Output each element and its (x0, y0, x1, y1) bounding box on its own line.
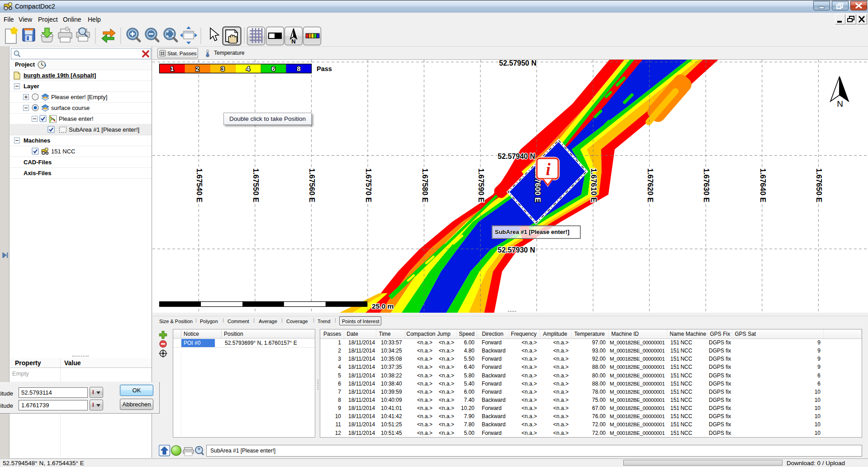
svg-text:1.67650 E: 1.67650 E (815, 168, 823, 202)
svg-text:8: 8 (297, 65, 300, 72)
svg-text:i: i (546, 160, 551, 179)
svg-text:1.67540 E: 1.67540 E (195, 168, 204, 202)
svg-text:52.57940 N: 52.57940 N (498, 152, 535, 160)
svg-text:1.67580 E: 1.67580 E (421, 168, 429, 202)
svg-text:N: N (291, 38, 295, 45)
svg-text:1.67550 E: 1.67550 E (252, 168, 260, 202)
svg-text:1.67640 E: 1.67640 E (759, 168, 767, 202)
svg-text:1.67630 E: 1.67630 E (702, 168, 711, 202)
svg-text:N: N (837, 99, 843, 109)
svg-text:1: 1 (170, 65, 174, 72)
svg-text:2: 2 (195, 65, 199, 72)
svg-text:1.67620 E: 1.67620 E (646, 168, 655, 202)
svg-text:4: 4 (246, 65, 250, 72)
svg-text:52.57930 N: 52.57930 N (498, 246, 535, 254)
svg-text:1.67590 E: 1.67590 E (477, 168, 485, 202)
svg-text:52.57950 N: 52.57950 N (499, 60, 536, 67)
svg-text:Pass: Pass (317, 65, 332, 72)
svg-text:6: 6 (271, 65, 275, 72)
svg-text:3: 3 (221, 65, 224, 72)
svg-text:1.67560 E: 1.67560 E (308, 168, 316, 202)
svg-text:1.67570 E: 1.67570 E (365, 168, 373, 202)
svg-text:25.0 m: 25.0 m (372, 302, 394, 310)
svg-text:1.67610 E: 1.67610 E (590, 168, 598, 202)
